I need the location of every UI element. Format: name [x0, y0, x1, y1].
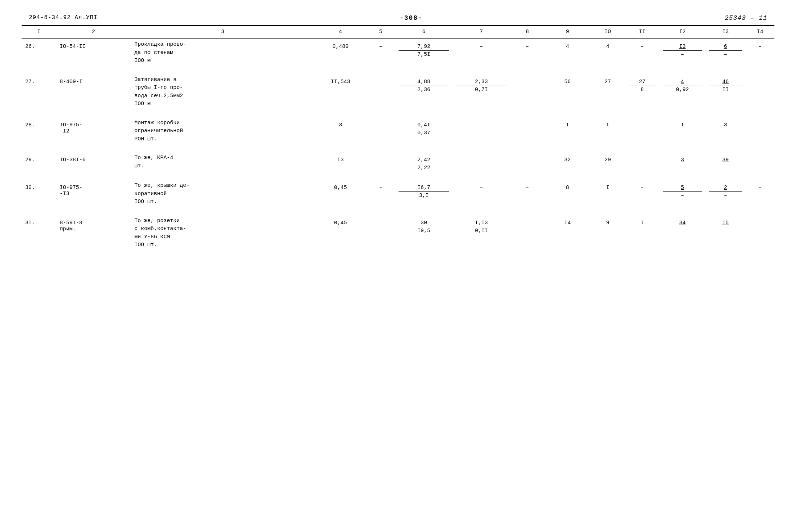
- row-col10: 29: [590, 152, 625, 173]
- row-col9: 4: [544, 38, 590, 67]
- header-center: -308-: [400, 14, 423, 22]
- row-col4: 0,45: [315, 180, 366, 208]
- page-header: 294-8-34.92 Ал.УПI -308- 25343 – 11: [22, 14, 774, 22]
- row-description: То же, КРА-4шт.: [131, 152, 315, 173]
- row-col4: I3: [315, 152, 366, 173]
- header-left: 294-8-34.92 Ал.УПI: [29, 14, 98, 21]
- row-col6: 0,4I0,37: [395, 117, 453, 146]
- row-number: 29.: [22, 152, 56, 173]
- row-col12: 34–: [660, 215, 706, 252]
- row-col14: –: [746, 38, 774, 67]
- row-code: IO-38I-6: [56, 152, 131, 173]
- row-col8: –: [510, 74, 545, 111]
- row-col11: –: [625, 38, 660, 67]
- row-col12: 3–: [660, 152, 706, 173]
- col-header-13: I3: [705, 26, 746, 38]
- row-col8: –: [510, 180, 545, 208]
- col-header-2: 2: [56, 26, 131, 38]
- row-number: 26.: [22, 38, 56, 67]
- row-col9: I4: [544, 215, 590, 252]
- row-col10: I: [590, 180, 625, 208]
- col-header-6: 6: [395, 26, 453, 38]
- col-header-8: 8: [510, 26, 545, 38]
- spacer-row: [22, 173, 774, 180]
- row-code: 8-409-I: [56, 74, 131, 111]
- row-col12: 5–: [660, 180, 706, 208]
- row-col13: 3–: [705, 117, 746, 146]
- row-col8: –: [510, 215, 545, 252]
- row-col14: –: [746, 74, 774, 111]
- row-col4: II,543: [315, 74, 366, 111]
- row-number: 30.: [22, 180, 56, 208]
- row-col7: –: [453, 152, 510, 173]
- row-col4: 3: [315, 117, 366, 146]
- row-col6: I6,73,I: [395, 180, 453, 208]
- row-col13: 46II: [705, 74, 746, 111]
- table-row: 30.IO-975- -I3То же, крышки де-коративно…: [22, 180, 774, 208]
- row-description: Монтаж коробкиограничительнойРОН шт.: [131, 117, 315, 146]
- row-col10: 27: [590, 74, 625, 111]
- row-col14: –: [746, 180, 774, 208]
- table-row: 26.IO-54-IIПрокладка прово-да по стенамI…: [22, 38, 774, 67]
- row-number: 28.: [22, 117, 56, 146]
- col-header-4: 4: [315, 26, 366, 38]
- spacer-row: [22, 145, 774, 152]
- row-code: IO-975- -I2: [56, 117, 131, 146]
- row-description: Затягивание втрубы I-го про-вода сеч.2,5…: [131, 74, 315, 111]
- row-col4: 0,45: [315, 215, 366, 252]
- row-col5: –: [366, 215, 395, 252]
- row-col14: –: [746, 152, 774, 173]
- row-col5: –: [366, 180, 395, 208]
- row-col8: –: [510, 152, 545, 173]
- row-col4: 0,489: [315, 38, 366, 67]
- row-col13: 39–: [705, 152, 746, 173]
- col-header-14: I4: [746, 26, 774, 38]
- row-col11: –: [625, 152, 660, 173]
- row-col13: 2–: [705, 180, 746, 208]
- row-col10: 4: [590, 38, 625, 67]
- row-col9: I: [544, 117, 590, 146]
- col-header-9: 9: [544, 26, 590, 38]
- row-col5: –: [366, 38, 395, 67]
- row-col7: –: [453, 117, 510, 146]
- row-col10: I: [590, 117, 625, 146]
- table-row: 28.IO-975- -I2Монтаж коробкиограничитель…: [22, 117, 774, 146]
- row-code: 8-59I-8 прим.: [56, 215, 131, 252]
- row-col13: 6–: [705, 38, 746, 67]
- row-col9: 8: [544, 180, 590, 208]
- row-col8: –: [510, 38, 545, 67]
- row-col13: I5–: [705, 215, 746, 252]
- row-col14: –: [746, 117, 774, 146]
- row-col6: 30I9,5: [395, 215, 453, 252]
- col-header-5: 5: [366, 26, 395, 38]
- row-description: То же, крышки де-коративнойIOO шт.: [131, 180, 315, 208]
- row-col11: –: [625, 117, 660, 146]
- row-col7: –: [453, 38, 510, 67]
- row-col9: 32: [544, 152, 590, 173]
- row-col5: –: [366, 74, 395, 111]
- row-description: Прокладка прово-да по стенамIOO м: [131, 38, 315, 67]
- spacer-row: [22, 67, 774, 74]
- row-col7: –: [453, 180, 510, 208]
- spacer-row: [22, 252, 774, 258]
- row-col7: I,I30,II: [453, 215, 510, 252]
- main-table: I 2 3 4 5 6 7 8 9 IO II I2 I3 I4 26.IO-5…: [22, 25, 774, 258]
- col-header-11: II: [625, 26, 660, 38]
- col-header-12: I2: [660, 26, 706, 38]
- col-header-7: 7: [453, 26, 510, 38]
- row-col11: –: [625, 180, 660, 208]
- row-col14: –: [746, 215, 774, 252]
- col-header-3: 3: [131, 26, 315, 38]
- row-col11: 278: [625, 74, 660, 111]
- table-row: 27.8-409-IЗатягивание втрубы I-го про-во…: [22, 74, 774, 111]
- row-col6: 7,927,5I: [395, 38, 453, 67]
- col-header-10: IO: [590, 26, 625, 38]
- spacer-row: [22, 111, 774, 117]
- column-headers: I 2 3 4 5 6 7 8 9 IO II I2 I3 I4: [22, 26, 774, 38]
- row-description: То же, розеткис комб.контакта-ми У-86 КС…: [131, 215, 315, 252]
- row-number: 27.: [22, 74, 56, 111]
- col-header-1: I: [22, 26, 56, 38]
- row-col6: 2,422,22: [395, 152, 453, 173]
- row-col12: 40,92: [660, 74, 706, 111]
- row-col6: 4,882,36: [395, 74, 453, 111]
